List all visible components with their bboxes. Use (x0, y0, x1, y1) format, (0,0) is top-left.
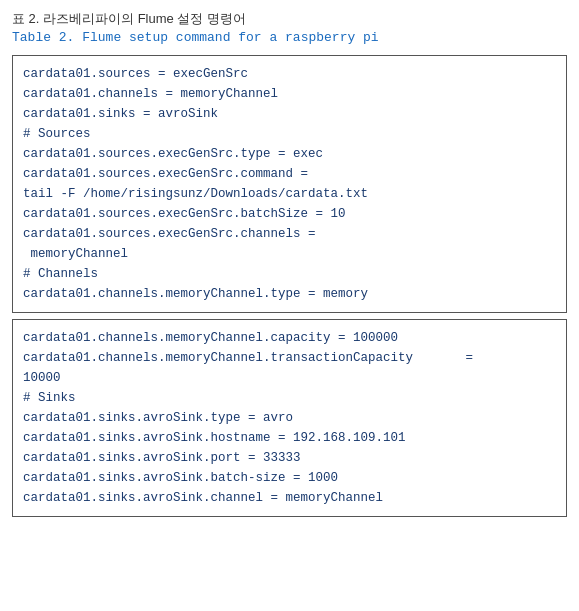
code-line: # Sources (23, 124, 556, 144)
code-line: cardata01.channels = memoryChannel (23, 84, 556, 104)
code-box-2: cardata01.channels.memoryChannel.capacit… (12, 319, 567, 517)
code-line: cardata01.sinks.avroSink.batch-size = 10… (23, 468, 556, 488)
code-line: tail -F /home/risingsunz/Downloads/carda… (23, 184, 556, 204)
caption-korean: 표 2. 라즈베리파이의 Flume 설정 명령어 (12, 10, 567, 28)
code-line: cardata01.sinks.avroSink.port = 33333 (23, 448, 556, 468)
code-line: # Sinks (23, 388, 556, 408)
caption-english: Table 2. Flume setup command for a raspb… (12, 30, 567, 45)
code-line: cardata01.sources = execGenSrc (23, 64, 556, 84)
code-line: cardata01.channels.memoryChannel.capacit… (23, 328, 556, 348)
code-line: cardata01.channels.memoryChannel.type = … (23, 284, 556, 304)
code-line: cardata01.sources.execGenSrc.type = exec (23, 144, 556, 164)
code-line: memoryChannel (23, 244, 556, 264)
code-line: cardata01.sources.execGenSrc.batchSize =… (23, 204, 556, 224)
code-line: cardata01.sinks.avroSink.channel = memor… (23, 488, 556, 508)
code-box-1: cardata01.sources = execGenSrccardata01.… (12, 55, 567, 313)
code-line: 10000 (23, 368, 556, 388)
code-line: cardata01.sources.execGenSrc.command = (23, 164, 556, 184)
code-line: cardata01.sinks = avroSink (23, 104, 556, 124)
code-line: # Channels (23, 264, 556, 284)
code-line: cardata01.sinks.avroSink.type = avro (23, 408, 556, 428)
code-line: cardata01.sources.execGenSrc.channels = (23, 224, 556, 244)
code-line: cardata01.sinks.avroSink.hostname = 192.… (23, 428, 556, 448)
code-line: cardata01.channels.memoryChannel.transac… (23, 348, 556, 368)
